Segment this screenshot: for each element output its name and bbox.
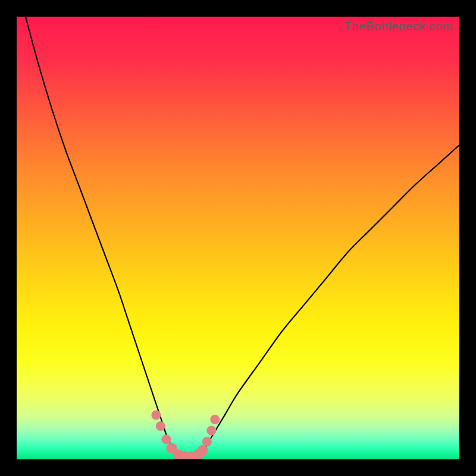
chart-svg	[17, 17, 459, 459]
marker-dot	[161, 435, 171, 444]
plot-area: TheBottleneck.com	[17, 17, 459, 459]
marker-dot	[151, 411, 161, 420]
marker-dot	[197, 445, 208, 456]
marker-dot	[210, 415, 220, 424]
bottleneck-curve	[26, 17, 459, 458]
marker-strip	[151, 411, 220, 459]
marker-dot	[202, 437, 212, 446]
marker-dot	[206, 426, 216, 436]
watermark-text: TheBottleneck.com	[345, 19, 453, 33]
chart-frame: TheBottleneck.com	[0, 0, 476, 476]
marker-dot	[156, 421, 165, 431]
